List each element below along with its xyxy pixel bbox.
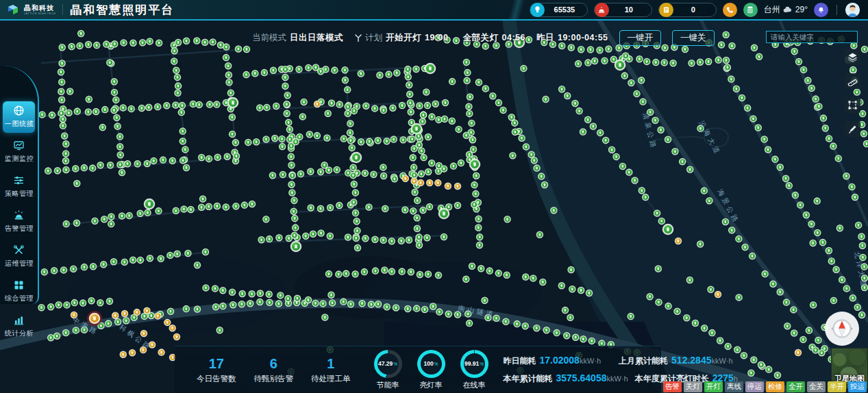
lamp-marker[interactable]: [60, 116, 66, 122]
lamp-marker[interactable]: [102, 107, 108, 113]
lamp-marker[interactable]: [372, 268, 378, 274]
lamp-marker[interactable]: [551, 207, 557, 214]
lamp-marker[interactable]: [861, 264, 867, 270]
lamp-marker[interactable]: [63, 221, 69, 227]
lamp-marker[interactable]: [523, 144, 529, 150]
lamp-marker[interactable]: [425, 271, 431, 277]
lamp-marker[interactable]: [82, 327, 88, 333]
lamp-marker[interactable]: [405, 74, 411, 80]
lamp-marker[interactable]: [345, 87, 351, 93]
lamp-marker[interactable]: [756, 53, 762, 60]
legend-chip-on[interactable]: 开灯: [704, 381, 723, 392]
lamp-marker[interactable]: [449, 118, 455, 124]
lamp-marker[interactable]: [318, 230, 324, 236]
lamp-marker[interactable]: [306, 64, 312, 71]
lamp-marker[interactable]: [408, 109, 414, 115]
lamp-marker[interactable]: [394, 70, 400, 76]
lamp-marker[interactable]: [736, 236, 742, 242]
lamp-marker[interactable]: [819, 240, 826, 246]
lamp-marker[interactable]: [345, 103, 351, 110]
lamp-marker[interactable]: [761, 136, 767, 142]
lamp-marker[interactable]: [171, 48, 177, 54]
sidebar-item-statistics[interactable]: 统计分析: [3, 311, 35, 342]
lamp-marker[interactable]: [270, 67, 276, 73]
lamp-marker[interactable]: [173, 333, 179, 340]
lamp-marker[interactable]: [86, 41, 92, 47]
lamp-marker[interactable]: [852, 194, 858, 200]
lamp-marker[interactable]: [86, 96, 92, 102]
lamp-marker[interactable]: [120, 105, 126, 111]
lamp-marker[interactable]: [723, 57, 729, 63]
lamp-marker[interactable]: [73, 220, 79, 226]
lamp-marker[interactable]: [92, 218, 98, 224]
lamp-marker[interactable]: [93, 108, 99, 114]
lamp-marker[interactable]: [97, 300, 103, 306]
lamp-marker[interactable]: [729, 227, 735, 233]
lamp-marker[interactable]: [661, 60, 667, 66]
lamp-marker[interactable]: [709, 330, 715, 336]
lamp-marker[interactable]: [257, 105, 263, 111]
lamp-marker[interactable]: [286, 119, 292, 125]
lamp-marker[interactable]: [783, 175, 789, 181]
lamp-marker[interactable]: [406, 237, 412, 243]
lamp-marker[interactable]: [419, 118, 425, 125]
lamp-marker[interactable]: [137, 257, 143, 263]
lamp-marker[interactable]: [320, 301, 326, 307]
lamp-marker[interactable]: [441, 233, 447, 240]
lamp-marker[interactable]: [521, 65, 527, 71]
coins-icon[interactable]: [743, 3, 758, 17]
sidebar-item-comprehensive[interactable]: 综合管理: [3, 276, 35, 307]
lamp-marker[interactable]: [603, 137, 609, 143]
lamp-marker[interactable]: [336, 202, 343, 208]
lamp-marker[interactable]: [748, 370, 754, 376]
lamp-marker[interactable]: [417, 271, 423, 277]
lamp-marker[interactable]: [223, 55, 229, 61]
lamp-marker[interactable]: [722, 218, 728, 225]
lamp-marker[interactable]: [777, 164, 783, 170]
all-on-button[interactable]: 一键开: [619, 30, 662, 46]
lamp-marker[interactable]: [728, 76, 734, 82]
lamp-marker[interactable]: [258, 237, 264, 243]
lamp-marker[interactable]: [702, 325, 708, 331]
lamp-marker[interactable]: [90, 314, 99, 323]
lamp-marker[interactable]: [279, 136, 285, 142]
lamp-marker[interactable]: [252, 71, 258, 77]
lamp-marker[interactable]: [60, 267, 66, 273]
lamp-marker[interactable]: [836, 225, 843, 231]
lamp-marker[interactable]: [430, 303, 436, 309]
lamp-marker[interactable]: [324, 135, 330, 141]
lamp-marker[interactable]: [587, 47, 593, 53]
lamp-marker[interactable]: [119, 169, 125, 175]
lamp-marker[interactable]: [372, 105, 378, 112]
lamp-marker[interactable]: [200, 196, 206, 202]
lamp-marker[interactable]: [289, 173, 295, 179]
lamp-marker[interactable]: [245, 139, 251, 145]
lamp-marker[interactable]: [284, 92, 290, 99]
lamp-marker[interactable]: [654, 210, 660, 216]
lamp-marker[interactable]: [330, 300, 336, 306]
lamp-marker[interactable]: [663, 225, 673, 234]
lamp-marker[interactable]: [117, 152, 123, 158]
lamp-marker[interactable]: [129, 350, 136, 356]
legend-chip-stopped[interactable]: 停运: [745, 381, 764, 392]
lamp-marker[interactable]: [183, 306, 189, 312]
lamp-marker[interactable]: [206, 155, 212, 162]
lamp-marker[interactable]: [843, 286, 850, 292]
lamp-marker[interactable]: [426, 204, 432, 210]
lamp-marker[interactable]: [421, 306, 427, 312]
lamp-marker[interactable]: [765, 147, 771, 153]
lamp-marker[interactable]: [808, 221, 815, 227]
lamp-marker[interactable]: [469, 137, 475, 143]
lamp-marker[interactable]: [803, 212, 809, 218]
lamp-marker[interactable]: [317, 205, 323, 212]
lamp-marker[interactable]: [111, 107, 117, 113]
lamp-marker[interactable]: [388, 268, 395, 275]
lamp-marker[interactable]: [410, 155, 416, 161]
lamp-marker[interactable]: [85, 109, 91, 115]
lamp-marker[interactable]: [416, 242, 422, 248]
lamp-marker[interactable]: [169, 157, 175, 164]
lamp-marker[interactable]: [470, 160, 480, 169]
lamp-marker[interactable]: [473, 191, 479, 197]
lamp-marker[interactable]: [149, 342, 156, 348]
lamp-marker[interactable]: [687, 166, 693, 173]
